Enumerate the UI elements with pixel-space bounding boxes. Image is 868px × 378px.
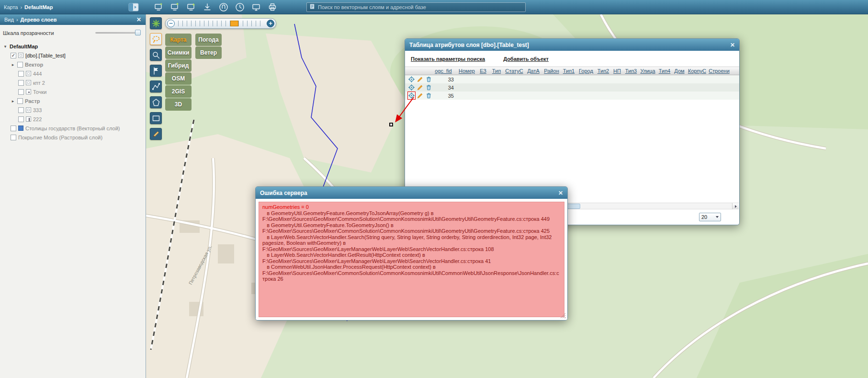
column-header[interactable]: Улица xyxy=(639,68,657,74)
layer-visibility-checkbox[interactable] xyxy=(18,107,24,113)
column-header[interactable]: Дом xyxy=(672,68,687,74)
tree-expand-icon[interactable]: ▸ xyxy=(11,99,15,103)
basemap-button-2GIS[interactable]: 2GIS xyxy=(165,85,192,98)
lasso-select-icon[interactable] xyxy=(150,33,162,45)
sidebar-view-label[interactable]: Вид xyxy=(4,17,14,23)
select-area-icon[interactable] xyxy=(150,17,162,29)
column-header[interactable]: СтатуС xyxy=(504,68,525,74)
layer-visibility-checkbox[interactable]: ✓ xyxy=(11,53,16,58)
basemap-button-OSM[interactable]: OSM xyxy=(165,72,192,85)
error-dialog-header[interactable]: Ошибка сервера ✕ xyxy=(256,187,567,199)
column-header[interactable]: ogc_fid xyxy=(430,68,457,74)
layer-visibility-checkbox[interactable] xyxy=(11,135,16,140)
column-header[interactable]: Район xyxy=(542,68,561,74)
attribute-row[interactable]: 34 xyxy=(405,83,739,92)
resize-grip[interactable] xyxy=(560,312,565,318)
layer-type-icon xyxy=(26,89,31,94)
zoom-slider[interactable] xyxy=(178,21,263,26)
layer-tree-item[interactable]: 333 xyxy=(0,105,146,115)
attach-file-icon[interactable] xyxy=(217,1,229,13)
column-header[interactable]: Тип3 xyxy=(623,68,639,74)
draw-polygon-icon[interactable] xyxy=(150,96,162,108)
opacity-slider-handle[interactable] xyxy=(135,30,141,35)
overlay-button-Погода[interactable]: Погода xyxy=(195,34,222,46)
opacity-slider[interactable] xyxy=(95,30,141,36)
breadcrumb-app[interactable]: Карта xyxy=(4,4,18,10)
draw-rectangle-icon[interactable] xyxy=(150,112,162,124)
error-dialog-close-icon[interactable]: ✕ xyxy=(558,190,563,196)
selected-vertex-marker[interactable] xyxy=(389,123,393,126)
column-header[interactable]: Тип1 xyxy=(561,68,576,74)
add-map-icon[interactable] xyxy=(152,1,164,13)
measure-route-icon[interactable] xyxy=(150,80,162,92)
basemap-button-Карта[interactable]: Карта xyxy=(165,34,192,46)
column-header[interactable]: Номер xyxy=(457,68,477,74)
column-header[interactable]: Строени xyxy=(708,68,731,74)
layer-visibility-checkbox[interactable] xyxy=(18,116,24,122)
zoom-out-button[interactable]: − xyxy=(167,20,175,27)
add-object-link[interactable]: Добавить объект xyxy=(503,56,549,62)
tree-collapse-icon[interactable]: ▾ xyxy=(3,44,8,49)
basemap-button-Снимки[interactable]: Снимки xyxy=(165,46,192,59)
scrollbar-right-arrow[interactable] xyxy=(732,203,739,209)
attribute-dialog-header[interactable]: Таблица атрибутов слоя [dbo].[Table_test… xyxy=(405,39,739,51)
layer-tree-item[interactable]: ✓[dbo].[Table_test] xyxy=(0,51,146,60)
layer-visibility-checkbox[interactable] xyxy=(17,98,23,104)
topbar: Карта › DefaultMap xyxy=(0,0,868,14)
edit-object-icon[interactable] xyxy=(417,92,424,99)
basemap-button-Гибрид[interactable]: Гибрид xyxy=(165,59,192,72)
column-header[interactable]: ЕЗ xyxy=(477,68,489,74)
sidebar-separator: › xyxy=(16,17,18,23)
sidebar-close-icon[interactable]: ✕ xyxy=(136,16,141,23)
layer-tree-item[interactable]: кпт 2 xyxy=(0,78,146,87)
locate-object-icon[interactable] xyxy=(408,84,415,91)
column-header[interactable]: Город xyxy=(576,68,596,74)
layer-tree-item[interactable]: ▸Вектор xyxy=(0,60,146,69)
column-header[interactable]: Тип4 xyxy=(657,68,672,74)
layer-tree-item[interactable]: ▾DefaultMap xyxy=(0,42,146,51)
screen-icon[interactable] xyxy=(250,1,262,13)
layer-tree-item[interactable]: Покрытие Modis (Растровый слой) xyxy=(0,133,146,142)
edit-object-icon[interactable] xyxy=(417,84,424,91)
column-header[interactable]: НП xyxy=(611,68,623,74)
layer-visibility-checkbox[interactable] xyxy=(18,89,24,95)
column-header[interactable]: Тип2 xyxy=(596,68,611,74)
layer-visibility-checkbox[interactable] xyxy=(11,126,16,131)
layer-visibility-checkbox[interactable] xyxy=(17,62,23,68)
search-input[interactable] xyxy=(318,4,523,10)
column-header[interactable]: Тип xyxy=(489,68,504,74)
attribute-dialog-title: Таблица атрибутов слоя [dbo].[Table_test… xyxy=(409,42,529,48)
overlay-button-Ветер[interactable]: Ветер xyxy=(195,46,222,59)
zoom-search-icon[interactable] xyxy=(150,49,162,61)
layer-tree-item[interactable]: 444 xyxy=(0,69,146,78)
print-icon[interactable] xyxy=(266,1,278,13)
attribute-dialog-close-icon[interactable]: ✕ xyxy=(730,42,735,48)
attribute-row[interactable]: 35 xyxy=(405,92,739,100)
column-header[interactable]: ДатА xyxy=(525,68,542,74)
layer-visibility-checkbox[interactable] xyxy=(18,80,24,86)
save-map-icon[interactable] xyxy=(169,1,180,13)
download-icon[interactable] xyxy=(201,1,213,13)
layer-tree-item[interactable]: Столицы государств (Векторный слой) xyxy=(0,124,146,133)
edit-object-icon[interactable] xyxy=(417,76,424,83)
locate-object-icon[interactable] xyxy=(408,92,415,99)
attribute-row[interactable]: 33 xyxy=(405,75,739,83)
open-map-icon[interactable] xyxy=(185,1,197,13)
flag-marker-icon[interactable] xyxy=(150,65,162,77)
cell-ogc-fid: 33 xyxy=(430,77,457,82)
history-icon[interactable] xyxy=(234,1,246,13)
page-size-select[interactable]: 20 xyxy=(699,213,721,221)
zoom-in-button[interactable]: + xyxy=(267,20,274,27)
column-header[interactable]: КорпуС xyxy=(687,68,708,74)
layer-tree-item[interactable]: 222 xyxy=(0,115,146,124)
edit-draw-icon[interactable] xyxy=(150,128,162,140)
layer-visibility-checkbox[interactable] xyxy=(18,71,24,77)
layer-tree-item[interactable]: ▸Растр xyxy=(0,96,146,105)
panel-toggle-icon[interactable] xyxy=(128,2,139,11)
layer-tree-item[interactable]: Точки xyxy=(0,87,146,96)
basemap-button-3D[interactable]: 3D xyxy=(165,98,192,111)
show-search-params-link[interactable]: Показать параметры поиска xyxy=(411,56,485,62)
locate-object-icon[interactable] xyxy=(408,76,415,83)
zoom-level-indicator[interactable] xyxy=(230,21,238,26)
tree-expand-icon[interactable]: ▸ xyxy=(11,62,15,67)
